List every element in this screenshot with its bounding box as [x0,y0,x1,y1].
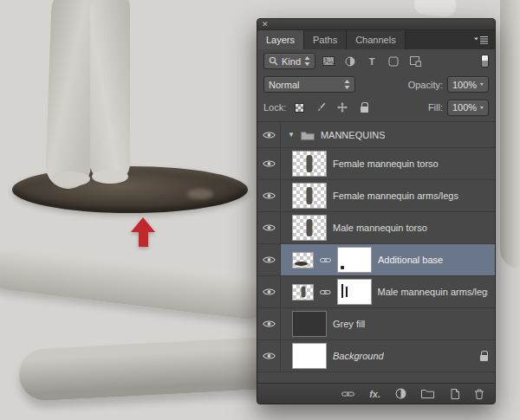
dropdown-arrow-icon [480,82,484,87]
lock-pixels-button[interactable] [312,100,329,116]
layer-row-grey-fill[interactable]: Grey fill [257,308,495,340]
eye-icon [263,223,276,232]
new-group-button[interactable] [421,389,434,398]
chain-link-icon [341,391,354,397]
visibility-toggle[interactable] [257,308,281,339]
tab-channels[interactable]: Channels [347,30,405,49]
eye-icon [263,159,276,168]
visibility-toggle[interactable] [257,276,281,307]
transparency-icon [295,103,304,113]
panel-tabbar: Layers Paths Channels [257,30,495,49]
visibility-toggle[interactable] [257,212,281,243]
lock-icon [361,107,368,113]
base-highlight [187,189,213,199]
move-icon [337,102,348,113]
red-up-arrow [131,217,155,247]
layer-name: Additional base [378,255,443,265]
filter-toggle-switch[interactable] [481,55,489,68]
panel-menu-icon[interactable] [468,30,495,49]
shape-icon [388,56,399,67]
smart-object-icon [410,56,421,67]
lock-transparency-button[interactable] [290,100,308,116]
panel-titlebar: ✕ [257,19,495,30]
mannequin-part-top-edge [413,0,457,17]
layer-name: Male mannequin arms/legs [378,287,488,297]
layer-thumbnail[interactable] [292,252,314,268]
visibility-toggle[interactable] [257,340,281,372]
layer-row-male-torso[interactable]: Male mannequin torso [257,212,495,244]
filter-pixel-layers-button[interactable] [320,53,337,69]
close-icon[interactable]: ✕ [262,21,269,29]
blend-mode-value: Normal [269,80,299,90]
layer-list: ▼ MANNEQUINS Female mannequin torso Fema… [257,121,495,372]
layer-row-background[interactable]: Background [257,340,495,372]
mannequin-foot-right [92,170,128,184]
layer-name: MANNEQUINS [321,130,386,140]
trash-icon [474,389,484,399]
layer-thumbnail[interactable] [292,284,314,300]
layer-row-male-arms-legs[interactable]: Male mannequin arms/legs [257,276,495,308]
fill-label: Fill: [428,102,443,113]
layer-name: Female mannequin arms/legs [333,191,458,201]
arrow-head [131,217,155,232]
mask-mark [346,287,348,297]
opacity-dropdown[interactable]: 100% [447,76,489,93]
brush-icon [315,102,326,113]
visibility-toggle[interactable] [257,122,281,147]
link-layers-button[interactable] [341,391,354,397]
filter-row: Kind T [257,49,495,73]
layer-name: Female mannequin torso [333,158,439,169]
background-lock-icon [480,355,488,361]
layers-panel: ✕ Layers Paths Channels Kind T [257,18,496,404]
blend-mode-dropdown[interactable]: Normal [263,76,355,93]
new-layer-button[interactable] [449,389,459,399]
layer-thumbnail[interactable] [292,343,327,369]
thumbnail-base-shape [295,262,308,266]
layer-row-additional-base[interactable]: Additional base [257,244,495,276]
layer-row-mannequins-group[interactable]: ▼ MANNEQUINS [257,122,495,148]
layer-styles-button[interactable]: fx. [369,389,380,399]
mannequin-arm-middle [0,248,270,321]
layer-thumbnail[interactable] [292,151,327,177]
mannequin-foot-left [52,171,90,186]
layer-mask-thumbnail[interactable] [337,279,372,305]
lock-all-button[interactable] [355,100,373,116]
folder-icon [421,389,434,398]
layer-thumbnail[interactable] [292,215,327,241]
filter-smart-objects-button[interactable] [406,53,424,69]
fx-icon: fx. [369,389,380,399]
lock-position-button[interactable] [334,100,351,116]
eye-icon [263,191,276,200]
layer-thumbnail[interactable] [292,183,327,209]
tab-paths[interactable]: Paths [304,30,347,49]
search-icon [269,56,278,66]
image-icon [322,56,335,66]
filter-kind-dropdown[interactable]: Kind [263,53,315,69]
tab-layers[interactable]: Layers [257,30,304,49]
layer-row-female-arms-legs[interactable]: Female mannequin arms/legs [257,180,495,212]
eye-icon [263,320,276,328]
fill-dropdown[interactable]: 100% [447,100,489,116]
layer-mask-thumbnail[interactable] [337,247,372,273]
mask-mark [341,284,343,298]
filter-adjustment-layers-button[interactable] [341,53,359,69]
layer-thumbnail[interactable] [292,311,327,337]
thumbnail-figure [307,187,313,204]
type-icon: T [369,56,375,67]
disclosure-triangle[interactable]: ▼ [288,131,295,139]
lock-label: Lock: [263,102,286,113]
layer-row-female-torso[interactable]: Female mannequin torso [257,148,495,180]
filter-type-layers-button[interactable]: T [363,53,380,69]
eye-icon [263,131,276,139]
visibility-toggle[interactable] [257,148,281,179]
delete-layer-button[interactable] [474,389,484,399]
visibility-toggle[interactable] [257,244,281,275]
updown-arrows-icon [344,80,350,89]
mask-link-icon[interactable] [320,288,331,296]
mask-link-icon[interactable] [320,256,331,264]
thumbnail-figure [307,219,313,236]
filter-kind-value: Kind [282,56,301,67]
visibility-toggle[interactable] [257,180,281,211]
adjustment-layer-button[interactable] [395,388,406,399]
filter-shape-layers-button[interactable] [385,53,402,69]
